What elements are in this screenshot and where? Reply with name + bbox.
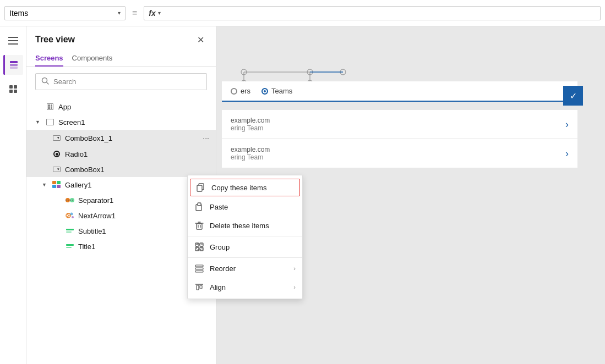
tree-title: Tree view [35,35,75,45]
top-bar: Items ▾ = fx ▾ [0,0,605,26]
svg-rect-1 [8,40,18,41]
insert-icon[interactable] [3,79,23,99]
team-info-2: example.com ering Team [231,146,561,161]
tree-item-combobox1_1[interactable]: ▾ ComboBox1_1 ··· [26,130,216,146]
search-input[interactable] [53,78,201,86]
app-icon [45,102,55,112]
items-dropdown[interactable]: Items ▾ [4,6,126,20]
svg-rect-47 [200,243,203,246]
menu-divider-2 [188,257,302,258]
tree-item-radio1[interactable]: Radio1 [26,146,216,162]
svg-rect-41 [197,224,202,229]
layers-icon[interactable] [3,55,23,75]
screen1-label: Screen1 [58,118,211,126]
team-item-1[interactable]: example.com ering Team › [222,110,577,139]
team-arrow-2[interactable]: › [565,148,569,159]
search-box[interactable] [35,73,207,90]
svg-rect-0 [8,37,18,38]
svg-point-20 [70,213,73,216]
reorder-icon [194,263,204,273]
nextarrow-icon [65,211,75,220]
svg-line-11 [47,82,49,85]
context-menu-group[interactable]: Group [188,238,302,256]
tree-item-app[interactable]: App [26,99,216,114]
svg-rect-12 [52,181,56,184]
svg-rect-49 [200,247,203,251]
paste-label: Paste [210,203,296,211]
svg-rect-55 [197,285,199,290]
dots-menu-combobox1_1[interactable]: ··· [200,133,211,144]
copy-label: Copy these items [211,184,294,192]
fx-label: fx [149,9,155,18]
main-area: Tree view ✕ Screens Components [0,26,605,364]
svg-rect-51 [195,265,203,267]
tree-close-button[interactable]: ✕ [194,33,207,46]
menu-divider-1 [188,236,302,236]
svg-rect-40 [198,203,201,206]
svg-rect-3 [10,61,18,63]
radio-option-ers[interactable]: ers [231,87,250,95]
svg-rect-38 [197,185,202,191]
tab-components[interactable]: Components [72,51,113,67]
search-icon [41,77,49,86]
context-menu-delete[interactable]: Delete these items [188,216,302,235]
context-menu-reorder[interactable]: Reorder › [188,259,302,278]
radio-row: ers Teams [222,81,577,102]
subtitle-icon [65,226,75,236]
left-toolbar [0,26,26,364]
svg-rect-4 [10,64,18,66]
team-list: example.com ering Team › example.com eri… [222,110,577,168]
radio-option-teams[interactable]: Teams [261,87,292,95]
svg-point-21 [72,216,74,218]
delete-label: Delete these items [210,222,296,230]
delete-icon [194,220,204,230]
align-label: Align [210,283,288,291]
tab-screens[interactable]: Screens [35,51,63,67]
svg-rect-9 [14,90,17,93]
hamburger-icon[interactable] [3,31,23,51]
team-info-1: example.com ering Team [231,117,561,132]
separator-icon [65,195,75,205]
reorder-arrow-icon: › [293,265,296,272]
fx-chevron: ▾ [158,10,161,16]
svg-rect-46 [195,243,199,246]
context-menu-paste[interactable]: Paste [188,197,302,216]
title-icon [65,241,75,251]
expand-icon-screen1: ▼ [35,119,42,125]
radio-icon [52,149,62,159]
svg-rect-48 [195,247,199,251]
svg-rect-24 [66,244,74,246]
svg-rect-5 [10,67,18,69]
items-dropdown-label: Items [9,9,116,18]
fx-bar[interactable]: fx ▾ [144,6,601,20]
combobox1_1-label: ComboBox1_1 [65,134,197,142]
combobox1-label: ComboBox1 [65,166,211,174]
combobox-icon: ▾ [52,133,62,143]
svg-rect-56 [200,285,202,289]
svg-rect-23 [66,231,72,233]
svg-rect-14 [52,185,56,188]
svg-rect-52 [195,268,203,269]
team-email-2: example.com [231,146,561,153]
paste-icon [194,202,204,212]
context-menu-align[interactable]: Align › [188,278,302,296]
align-arrow-icon: › [293,284,296,290]
team-sub-2: ering Team [231,153,561,161]
team-item-2[interactable]: example.com ering Team › [222,139,577,168]
combobox1-icon: ▾ [52,164,62,174]
checkmark-icon: ✓ [570,91,577,101]
svg-rect-6 [9,85,13,89]
blue-checkbox[interactable]: ✓ [563,86,583,106]
team-sub-1: ering Team [231,124,561,132]
svg-rect-2 [8,43,18,45]
items-dropdown-chevron: ▾ [118,10,121,16]
svg-rect-53 [195,271,203,272]
svg-rect-22 [66,229,74,230]
context-menu-copy[interactable]: Copy these items [190,179,300,196]
svg-rect-8 [9,90,13,93]
svg-rect-7 [14,85,17,89]
radio1-label: Radio1 [65,150,211,158]
tree-item-screen1[interactable]: ▼ Screen1 [26,114,216,130]
app-label: App [58,103,211,111]
team-arrow-1[interactable]: › [565,119,569,130]
